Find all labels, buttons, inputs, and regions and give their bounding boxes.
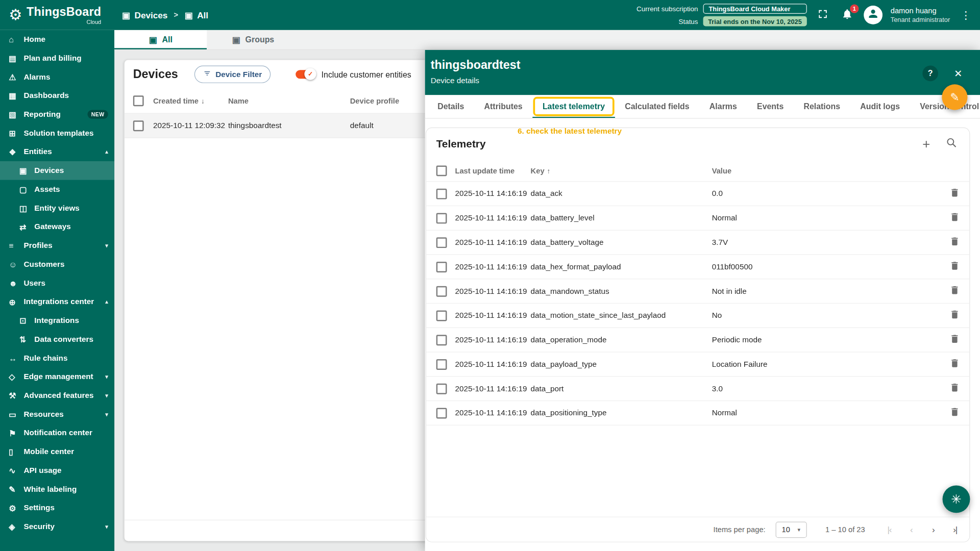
last-page-button[interactable]: ›| <box>946 520 965 539</box>
sidebar-item-resources[interactable]: ▭ Resources ▾ <box>0 405 114 423</box>
help-button[interactable]: ? <box>922 66 938 82</box>
row-checkbox[interactable] <box>436 188 447 199</box>
sidebar-item-assets[interactable]: ▢ Assets <box>0 180 114 199</box>
sidebar-item-devices[interactable]: ▣ Devices <box>0 161 114 180</box>
cell-key: data_battery_level <box>531 214 712 222</box>
sidebar-item-profiles[interactable]: ≡ Profiles ▾ <box>0 236 114 255</box>
delete-telemetry-button[interactable] <box>945 282 964 300</box>
select-all-checkbox[interactable] <box>436 165 447 176</box>
col-last-update-time[interactable]: Last update time <box>455 166 530 175</box>
close-button[interactable]: ✕ <box>950 66 965 81</box>
sidebar-item-settings[interactable]: ⚙ Settings <box>0 498 114 517</box>
sidebar-item-alarms[interactable]: ⚠ Alarms <box>0 67 114 86</box>
sidebar-item-integrations-center[interactable]: ⊕ Integrations center ▴ <box>0 292 114 311</box>
drawer-tab-alarms[interactable]: Alarms <box>699 95 747 118</box>
thingsboard-logo[interactable]: ⚙ ThingsBoard Cloud <box>0 5 114 24</box>
sidebar-item-gateways[interactable]: ⇄ Gateways <box>0 217 114 236</box>
row-checkbox[interactable] <box>436 383 447 394</box>
drawer-tab-relations[interactable]: Relations <box>794 95 850 118</box>
user-info[interactable]: damon huang Tenant administrator <box>891 6 950 23</box>
telemetry-row[interactable]: 2025-10-11 14:16:19 data_operation_mode … <box>426 328 969 353</box>
sidebar-item-rule-chains[interactable]: ↔ Rule chains <box>0 348 114 367</box>
edit-device-fab[interactable]: ✎ <box>942 84 967 110</box>
sidebar-item-data-converters[interactable]: ⇅ Data converters <box>0 330 114 349</box>
telemetry-row[interactable]: 2025-10-11 14:16:19 data_ack 0.0 <box>426 182 969 206</box>
sidebar-item-mobile-center[interactable]: ▯ Mobile center <box>0 442 114 461</box>
assistant-fab[interactable]: ✳ <box>943 485 970 513</box>
more-menu-button[interactable]: ⋮ <box>958 9 974 22</box>
sidebar-item-users[interactable]: ☻ Users <box>0 273 114 292</box>
delete-telemetry-button[interactable] <box>945 209 964 228</box>
row-checkbox[interactable] <box>436 286 447 296</box>
row-checkbox[interactable] <box>436 237 447 248</box>
breadcrumb-devices[interactable]: ▣ Devices <box>122 10 168 20</box>
telemetry-row[interactable]: 2025-10-11 14:16:19 data_hex_format_payl… <box>426 255 969 280</box>
include-customer-entities-toggle[interactable]: ✓ <box>296 70 314 79</box>
help-icon: ? <box>928 69 933 78</box>
delete-telemetry-button[interactable] <box>945 306 964 325</box>
delete-telemetry-button[interactable] <box>945 379 964 398</box>
sidebar-item-customers[interactable]: ☺ Customers <box>0 255 114 274</box>
sidebar-item-entity-views[interactable]: ◫ Entity views <box>0 198 114 217</box>
drawer-tab-events[interactable]: Events <box>747 95 793 118</box>
sidebar-item-integrations[interactable]: ⊡ Integrations <box>0 311 114 330</box>
telemetry-row[interactable]: 2025-10-11 14:16:19 data_battery_level N… <box>426 206 969 231</box>
delete-telemetry-button[interactable] <box>945 184 964 203</box>
tab-groups[interactable]: ▣ Groups <box>207 30 299 49</box>
drawer-tab-attributes[interactable]: Attributes <box>474 95 532 118</box>
telemetry-row[interactable]: 2025-10-11 14:16:19 data_mandown_status … <box>426 279 969 304</box>
row-checkbox[interactable] <box>436 310 447 321</box>
row-checkbox[interactable] <box>436 261 447 272</box>
sidebar-item-api-usage[interactable]: ∿ API usage <box>0 461 114 480</box>
items-per-page-select[interactable]: 10 ▾ <box>775 521 806 538</box>
telemetry-row[interactable]: 2025-10-11 14:16:19 data_motion_state_si… <box>426 304 969 328</box>
device-filter-button[interactable]: Device Filter <box>194 66 271 83</box>
delete-telemetry-button[interactable] <box>945 233 964 252</box>
row-checkbox[interactable] <box>436 408 447 418</box>
row-checkbox[interactable] <box>436 359 447 369</box>
delete-telemetry-button[interactable] <box>945 404 964 422</box>
notifications-button[interactable]: 1 <box>839 7 855 23</box>
col-name[interactable]: Name <box>228 96 350 105</box>
col-created-time[interactable]: Created time ↓ <box>153 96 228 105</box>
sidebar-item-entities[interactable]: ❖ Entities ▴ <box>0 142 114 161</box>
drawer-tab-latest-telemetry[interactable]: Latest telemetry <box>532 95 615 118</box>
breadcrumb-all[interactable]: ▣ All <box>184 10 208 20</box>
sidebar-item-plan-and-billing[interactable]: ▤ Plan and billing <box>0 49 114 68</box>
sidebar-item-home[interactable]: ⌂ Home <box>0 30 114 49</box>
telemetry-row[interactable]: 2025-10-11 14:16:19 data_positioning_typ… <box>426 401 969 425</box>
previous-page-button[interactable]: ‹ <box>902 520 921 539</box>
drawer-tab-audit-logs[interactable]: Audit logs <box>850 95 910 118</box>
row-checkbox[interactable] <box>133 120 144 131</box>
search-button[interactable] <box>943 136 960 153</box>
avatar[interactable] <box>864 6 883 24</box>
sidebar-item-notification-center[interactable]: ⚑ Notification center <box>0 423 114 442</box>
row-checkbox[interactable] <box>436 213 447 223</box>
select-all-checkbox[interactable] <box>133 95 144 106</box>
first-page-button[interactable]: |‹ <box>880 520 899 539</box>
sidebar-item-security[interactable]: ◈ Security ▾ <box>0 517 114 536</box>
next-page-button[interactable]: › <box>924 520 943 539</box>
telemetry-row[interactable]: 2025-10-11 14:16:19 data_battery_voltage… <box>426 231 969 255</box>
sidebar-item-edge-management[interactable]: ◇ Edge management ▾ <box>0 367 114 386</box>
drawer-tab-details[interactable]: Details <box>428 95 474 118</box>
telemetry-row[interactable]: 2025-10-11 14:16:19 data_payload_type Lo… <box>426 353 969 377</box>
row-checkbox[interactable] <box>436 335 447 345</box>
subscription-chip[interactable]: ThingsBoard Cloud Maker <box>703 4 806 14</box>
sidebar-item-advanced-features[interactable]: ⚒ Advanced features ▾ <box>0 386 114 405</box>
delete-telemetry-button[interactable] <box>945 257 964 276</box>
drawer-tab-calculated-fields[interactable]: Calculated fields <box>615 95 700 118</box>
telemetry-row[interactable]: 2025-10-11 14:16:19 data_port 3.0 <box>426 377 969 401</box>
col-value[interactable]: Value <box>712 166 940 175</box>
telemetry-table-header: Last update time Key ↑ Value <box>426 161 969 182</box>
delete-telemetry-button[interactable] <box>945 331 964 349</box>
col-key[interactable]: Key ↑ <box>531 166 712 175</box>
add-telemetry-button[interactable]: + <box>918 136 935 153</box>
sidebar-item-dashboards[interactable]: ▦ Dashboards <box>0 86 114 105</box>
tab-all[interactable]: ▣ All <box>114 30 207 49</box>
sidebar-item-solution-templates[interactable]: ⊞ Solution templates <box>0 123 114 142</box>
delete-telemetry-button[interactable] <box>945 355 964 374</box>
fullscreen-button[interactable] <box>815 7 831 23</box>
sidebar-item-white-labeling[interactable]: ✎ White labeling <box>0 480 114 498</box>
sidebar-item-reporting[interactable]: ▧ Reporting NEW <box>0 105 114 124</box>
